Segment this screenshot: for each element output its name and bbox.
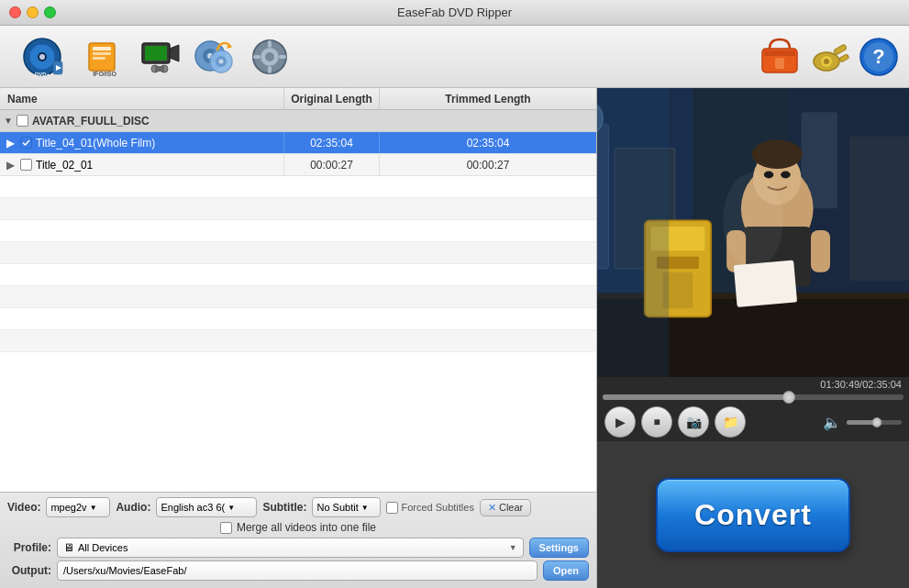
svg-rect-67 xyxy=(597,88,669,377)
svg-rect-13 xyxy=(145,46,167,61)
audio-dropdown[interactable]: English ac3 6( ▼ xyxy=(156,497,257,517)
player-controls: ▶ ■ 📷 📁 🔈 xyxy=(597,403,909,441)
clear-label: Clear xyxy=(499,502,523,513)
register-button[interactable] xyxy=(808,36,850,78)
svg-rect-28 xyxy=(268,40,272,48)
svg-rect-34 xyxy=(775,58,784,69)
stop-button[interactable]: ■ xyxy=(641,406,672,438)
toolbar: DVD+ IFO/ISO xyxy=(0,26,909,88)
app-title: EaseFab DVD Ripper xyxy=(397,6,512,19)
load-dvd-button[interactable]: DVD+ xyxy=(9,33,75,81)
video-dropdown[interactable]: mpeg2v ▼ xyxy=(46,497,110,517)
volume-thumb[interactable] xyxy=(872,417,882,427)
row-trimmed-time: 02:35:04 xyxy=(380,132,596,153)
maximize-button[interactable] xyxy=(44,6,56,18)
svg-point-66 xyxy=(752,139,803,169)
video-preview xyxy=(597,88,909,377)
svg-point-3 xyxy=(39,54,45,60)
folder-button[interactable]: 📁 xyxy=(715,406,746,438)
play-button[interactable]: ▶ xyxy=(604,406,636,438)
empty-row xyxy=(0,242,596,264)
row-name-cell: ▶ Title_04_01(Whole Film) xyxy=(0,132,284,153)
subtitle-dropdown-arrow: ▼ xyxy=(360,503,370,512)
screenshot-button[interactable]: 📷 xyxy=(678,406,709,438)
subtitle-dropdown[interactable]: No Subtit ▼ xyxy=(312,497,381,517)
svg-rect-39 xyxy=(839,53,849,61)
empty-row xyxy=(0,198,596,220)
row-play-icon[interactable]: ▶ xyxy=(4,137,17,150)
clear-button[interactable]: ✕ Clear xyxy=(480,499,531,516)
audio-value: English ac3 6( xyxy=(161,502,225,513)
svg-rect-38 xyxy=(833,43,847,54)
svg-point-65 xyxy=(781,172,791,179)
row-title: Title_02_01 xyxy=(36,159,93,172)
forced-subtitles-option[interactable]: Forced Subtitles xyxy=(386,502,473,514)
seek-bar[interactable] xyxy=(603,394,903,400)
volume-icon: 🔈 xyxy=(823,414,841,431)
svg-point-27 xyxy=(265,52,274,61)
folder-icon: 📁 xyxy=(723,415,738,429)
subtitle-label: Subtitle: xyxy=(262,501,306,514)
svg-rect-62 xyxy=(811,230,830,272)
svg-text:IFO/ISO: IFO/ISO xyxy=(93,71,116,77)
seek-bar-container[interactable] xyxy=(597,392,909,403)
buy-button[interactable] xyxy=(759,36,801,78)
profile-icon: 🖥 xyxy=(63,541,74,554)
convert-button[interactable]: Convert xyxy=(656,478,850,552)
svg-point-68 xyxy=(723,172,783,269)
video-value: mpeg2v xyxy=(50,502,86,513)
window-controls[interactable] xyxy=(9,6,56,18)
app-settings-button[interactable] xyxy=(244,33,295,81)
dvd-copy-button[interactable] xyxy=(189,33,240,81)
output-row: Output: /Users/xu/Movies/EaseFab/ Open xyxy=(7,560,589,581)
audio-label: Audio: xyxy=(116,501,150,514)
close-button[interactable] xyxy=(9,6,21,18)
svg-rect-29 xyxy=(268,66,272,73)
output-path[interactable]: /Users/xu/Movies/EaseFab/ xyxy=(57,560,538,581)
output-label: Output: xyxy=(7,564,51,577)
title-bar: EaseFab DVD Ripper xyxy=(0,0,909,26)
forced-subtitles-checkbox[interactable] xyxy=(386,502,398,514)
svg-marker-14 xyxy=(170,45,179,61)
forced-subtitles-label: Forced Subtitles xyxy=(401,502,473,513)
svg-point-23 xyxy=(219,59,224,63)
col-trimmed-header: Trimmed Length xyxy=(380,88,596,109)
svg-text:DVD+: DVD+ xyxy=(35,72,50,77)
merge-row: Merge all videos into one file xyxy=(7,521,589,534)
video-button[interactable] xyxy=(134,33,185,81)
empty-row xyxy=(0,330,596,352)
open-button[interactable]: Open xyxy=(543,560,589,581)
seek-thumb[interactable] xyxy=(782,391,795,404)
group-checkbox[interactable] xyxy=(17,115,28,127)
row-checkbox[interactable] xyxy=(20,137,32,149)
ifo-iso-button[interactable]: IFO/ISO xyxy=(79,33,130,81)
profile-row: Profile: 🖥 All Devices ▼ Settings xyxy=(7,538,589,558)
bottom-controls: Video: mpeg2v ▼ Audio: English ac3 6( ▼ … xyxy=(0,492,596,588)
group-toggle-icon[interactable]: ▼ xyxy=(4,116,13,126)
file-list: Name Original Length Trimmed Length ▼ AV… xyxy=(0,88,596,492)
profile-dropdown[interactable]: 🖥 All Devices ▼ xyxy=(57,538,524,558)
main-content: Name Original Length Trimmed Length ▼ AV… xyxy=(0,88,909,588)
row-original-time: 02:35:04 xyxy=(284,132,380,153)
row-play-icon[interactable]: ▶ xyxy=(4,159,17,172)
video-dropdown-arrow: ▼ xyxy=(89,503,98,512)
subtitle-value: No Subtit xyxy=(316,502,358,513)
settings-button[interactable]: Settings xyxy=(529,538,589,558)
right-panel: 01:30:49/02:35:04 ▶ ■ 📷 📁 🔈 xyxy=(597,88,909,588)
video-thumbnail xyxy=(597,88,909,377)
table-row[interactable]: ▶ Title_04_01(Whole Film) 02:35:04 02:35… xyxy=(0,132,596,154)
svg-rect-9 xyxy=(93,52,111,55)
svg-text:?: ? xyxy=(872,45,884,68)
group-name: AVATAR_FUULL_DISC xyxy=(32,115,150,128)
empty-rows xyxy=(0,176,596,352)
svg-rect-8 xyxy=(93,47,111,50)
volume-bar[interactable] xyxy=(847,420,902,425)
group-row[interactable]: ▼ AVATAR_FUULL_DISC xyxy=(0,110,596,132)
video-label: Video: xyxy=(7,501,40,514)
minimize-button[interactable] xyxy=(27,6,39,18)
merge-checkbox[interactable] xyxy=(220,522,232,534)
row-checkbox[interactable] xyxy=(20,159,32,171)
clear-icon: ✕ xyxy=(488,502,496,514)
table-row[interactable]: ▶ Title_02_01 00:00:27 00:00:27 xyxy=(0,154,596,176)
help-button[interactable]: ? xyxy=(858,36,900,78)
